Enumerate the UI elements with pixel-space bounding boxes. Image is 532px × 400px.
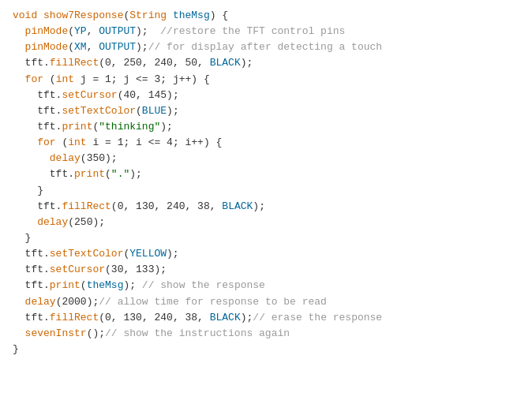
line-17: tft.setTextColor(YELLOW);	[13, 246, 519, 262]
line-8: tft.setTextColor(BLUE);	[13, 103, 519, 119]
line-15: delay(250);	[13, 215, 519, 230]
line-22: sevenInstr();// show the instructions ag…	[13, 326, 519, 342]
line-20: delay(2000);// allow time for response t…	[13, 294, 519, 310]
line-21: tft.fillRect(0, 130, 240, 38, BLACK);// …	[13, 310, 519, 326]
line-6: for (int j = 1; j <= 3; j++) {	[13, 72, 519, 88]
line-13: }	[13, 183, 519, 199]
code-editor: void show7Response(String theMsg) { pinM…	[0, 0, 532, 400]
line-4: tft.fillRect(0, 250, 240, 50, BLACK);	[13, 55, 519, 71]
line-9: tft.print("thinking");	[13, 119, 519, 135]
line-16: }	[13, 230, 519, 246]
line-18: tft.setCursor(30, 133);	[13, 262, 519, 278]
line-11: delay(350);	[13, 151, 519, 166]
line-10: for (int i = 1; i <= 4; i++) {	[13, 135, 519, 151]
line-1: void show7Response(String theMsg) {	[13, 8, 519, 24]
line-3: pinMode(XM, OUTPUT);// for display after…	[13, 39, 519, 55]
line-14: tft.fillRect(0, 130, 240, 38, BLACK);	[13, 199, 519, 215]
line-7: tft.setCursor(40, 145);	[13, 88, 519, 103]
line-12: tft.print(".");	[13, 166, 519, 182]
line-2: pinMode(YP, OUTPUT); //restore the TFT c…	[13, 24, 519, 39]
line-19: tft.print(theMsg); // show the response	[13, 278, 519, 293]
line-23: }	[13, 342, 519, 357]
